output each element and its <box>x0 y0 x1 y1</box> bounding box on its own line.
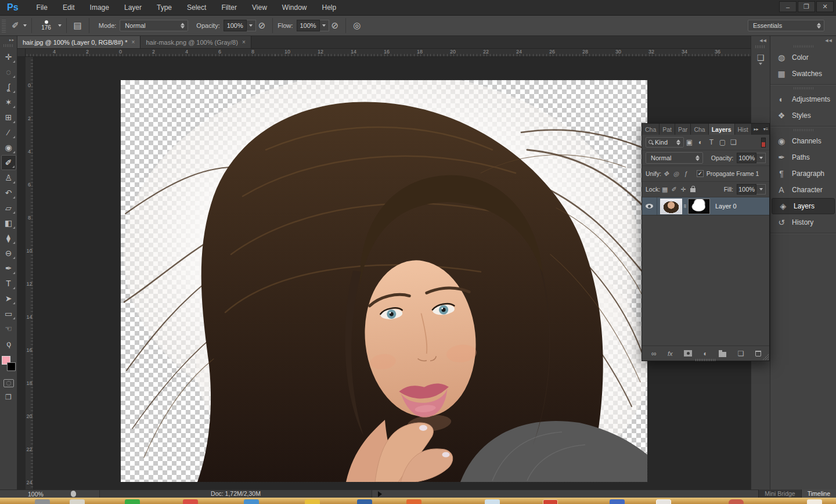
options-grip[interactable] <box>2 19 6 33</box>
taskbar-app-icon[interactable] <box>656 499 671 504</box>
menu-item[interactable]: View <box>244 1 275 15</box>
hand-tool[interactable]: ☜ <box>1 321 16 336</box>
menu-item[interactable]: Layer <box>117 1 149 15</box>
document-tab[interactable]: hair-mask.png @ 100% (Gray/8) × <box>140 36 251 48</box>
layer-fill-value[interactable]: 100% <box>737 184 756 195</box>
lasso-tool[interactable]: ʆ <box>1 80 16 95</box>
menu-item[interactable]: Edit <box>55 1 82 15</box>
clone-stamp-tool[interactable]: ♙ <box>1 170 16 185</box>
eraser-tool[interactable]: ▱ <box>1 200 16 215</box>
dock-collapse-icon[interactable]: ◀◀ <box>770 36 836 43</box>
healing-brush-tool[interactable]: ◉ <box>1 140 16 155</box>
propagate-checkbox[interactable]: ✓ <box>697 170 704 177</box>
properties-panel-icon[interactable]: ❑ <box>755 53 766 62</box>
status-options-arrow-icon[interactable] <box>378 491 382 497</box>
toolbar-collapse-icon[interactable]: ▸▸ <box>9 36 17 43</box>
dock-item-channels[interactable]: ◉ Channels <box>770 133 836 149</box>
tab-layers[interactable]: Layers <box>709 124 735 135</box>
link-layers-icon[interactable]: ∞ <box>651 350 657 358</box>
tab-character[interactable]: Cha <box>691 124 708 135</box>
menu-item[interactable]: Help <box>315 1 344 15</box>
layer-opacity-value[interactable]: 100% <box>737 153 756 163</box>
taskbar-app-icon[interactable] <box>729 499 744 504</box>
layer-thumbnail[interactable] <box>660 199 682 214</box>
dock-item-history[interactable]: ↺ History <box>770 214 836 231</box>
dock-item-styles[interactable]: ❖ Styles <box>770 107 836 124</box>
add-mask-icon[interactable] <box>684 350 692 357</box>
layer-visibility-cell[interactable] <box>642 197 657 215</box>
tab-timeline[interactable]: Timeline <box>801 489 836 498</box>
taskbar-app-icon[interactable] <box>305 499 320 504</box>
layer-mask-thumbnail[interactable] <box>688 199 710 214</box>
taskbar-app-icon[interactable] <box>357 499 372 504</box>
taskbar-app-icon[interactable] <box>485 499 500 504</box>
menu-item[interactable]: Filter <box>214 1 244 15</box>
zoom-tool[interactable]: ϙ <box>0 335 17 352</box>
filter-type-layers-icon[interactable]: T <box>706 138 717 146</box>
new-group-icon[interactable] <box>719 352 726 357</box>
menu-item[interactable]: File <box>29 1 55 15</box>
current-tool-icon[interactable]: ✐ <box>9 20 21 31</box>
paint-bucket-tool[interactable]: ◧ <box>1 215 16 231</box>
workspace-select[interactable]: Essentials <box>748 20 824 31</box>
lock-position-icon[interactable]: ✛ <box>679 186 688 193</box>
menu-item[interactable]: Select <box>179 1 214 15</box>
taskbar-app-icon[interactable] <box>70 499 85 504</box>
tool-preset-caret-icon[interactable] <box>23 24 27 27</box>
filter-shape-layers-icon[interactable]: ▢ <box>717 138 728 146</box>
brush-picker-caret-icon[interactable] <box>58 24 62 27</box>
opacity-dropdown-button[interactable] <box>756 153 766 163</box>
tab-overflow-icon[interactable]: ▸▸ <box>752 124 761 135</box>
dock-collapse-icon[interactable]: ◀◀ <box>751 36 770 44</box>
canvas-document[interactable] <box>121 80 647 482</box>
crop-tool[interactable]: ⊞ <box>1 110 16 125</box>
filter-adjustment-layers-icon[interactable]: ◐ <box>695 138 706 146</box>
document-size-readout[interactable]: Doc: 1,72M/2,30M <box>99 490 372 498</box>
dock-grip[interactable] <box>794 45 813 48</box>
brush-preset-picker[interactable]: 176 <box>37 17 56 34</box>
lock-pixels-icon[interactable]: ✐ <box>669 186 679 193</box>
dock-grip[interactable] <box>794 87 813 89</box>
screen-mode-button[interactable]: ❐ <box>5 393 12 401</box>
layer-row[interactable]: ∞ Layer 0 <box>642 197 769 215</box>
magic-wand-tool[interactable]: ✶ <box>1 95 16 110</box>
pressure-flow-icon[interactable]: ⊘ <box>329 20 341 31</box>
opacity-dropdown-button[interactable] <box>247 20 256 31</box>
shape-tool[interactable]: ▭ <box>1 306 16 321</box>
taskbar-app-icon[interactable] <box>807 499 822 504</box>
path-select-tool[interactable]: ➤ <box>1 291 16 306</box>
quick-mask-button[interactable] <box>3 379 14 387</box>
taskbar-app-icon[interactable] <box>183 499 198 504</box>
taskbar-app-icon[interactable] <box>543 499 558 504</box>
adjustment-layer-icon[interactable]: ◐ <box>704 350 708 358</box>
dock-item-swatches[interactable]: ▦ Swatches <box>770 66 836 82</box>
dock-item-paragraph[interactable]: ¶ Paragraph <box>770 165 836 182</box>
move-tool[interactable]: ✛ <box>1 49 16 64</box>
eyedropper-tool[interactable]: ∕ <box>1 125 16 140</box>
tab-paragraph[interactable]: Par <box>675 124 691 135</box>
brush-tool[interactable]: ✐ <box>1 155 16 170</box>
brush-panel-toggle-icon[interactable]: ▤ <box>71 20 84 31</box>
taskbar-app-icon[interactable] <box>35 499 50 504</box>
menu-item[interactable]: Window <box>275 1 315 15</box>
tab-close-icon[interactable]: × <box>132 39 135 45</box>
blur-tool[interactable]: ⧫ <box>1 231 16 246</box>
panel-menu-icon[interactable]: ▾≡ <box>761 124 771 135</box>
zoom-level-field[interactable]: 100% <box>28 491 55 498</box>
delete-layer-icon[interactable] <box>755 351 761 357</box>
dock-item-adjustments[interactable]: ◐ Adjustments <box>770 91 836 107</box>
tab-mini-bridge[interactable]: Mini Bridge <box>758 489 801 498</box>
toolbar-grip[interactable] <box>3 44 14 47</box>
pen-tool[interactable]: ✒ <box>1 261 16 276</box>
minimize-button[interactable]: – <box>779 1 797 12</box>
blend-mode-select[interactable]: Normal <box>120 20 188 31</box>
new-layer-icon[interactable]: ❏ <box>738 350 744 358</box>
dock-grip[interactable] <box>794 129 813 131</box>
layer-blend-mode-select[interactable]: Normal <box>646 152 703 164</box>
tab-history[interactable]: Hist <box>735 124 752 135</box>
close-button[interactable]: ✕ <box>816 1 834 12</box>
panel-corner-grip[interactable] <box>763 354 769 360</box>
type-tool[interactable]: T <box>1 276 16 291</box>
taskbar-app-icon[interactable] <box>406 499 421 504</box>
filter-toggle-switch[interactable] <box>761 138 766 147</box>
